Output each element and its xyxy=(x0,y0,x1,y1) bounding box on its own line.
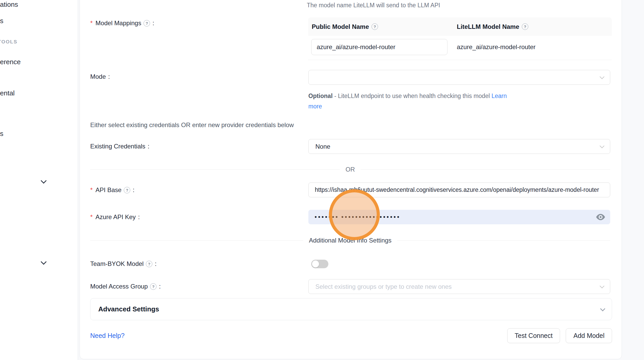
model-access-group-select[interactable]: Select existing groups or type to create… xyxy=(308,279,610,294)
masked-key-dots: ••••••• xyxy=(315,214,339,220)
help-icon[interactable]: ? xyxy=(150,283,157,290)
column-header-public-model-name: Public Model Name ? xyxy=(308,23,452,30)
existing-credentials-select[interactable]: None xyxy=(308,139,610,154)
sidebar-item-label: ental xyxy=(0,89,15,97)
advanced-settings-title: Advanced Settings xyxy=(98,305,159,313)
existing-credentials-value: None xyxy=(315,143,330,150)
api-base-label: * API Base ?: xyxy=(90,186,134,194)
required-asterisk: * xyxy=(90,19,93,27)
help-icon[interactable]: ? xyxy=(372,23,378,30)
team-byok-toggle[interactable] xyxy=(311,260,328,268)
help-icon[interactable]: ? xyxy=(144,20,150,27)
model-mappings-hint: The model name LiteLLM will send to the … xyxy=(307,2,440,9)
chevron-down-icon xyxy=(41,178,47,184)
sidebar-item-label: s xyxy=(0,130,3,138)
add-model-page: ations s TOOLS erence ental s The model … xyxy=(0,0,644,360)
column-header-litellm-model-name: LiteLLM Model Name ? xyxy=(452,23,612,30)
sidebar-item-5[interactable]: s xyxy=(0,128,78,139)
additional-settings-divider: Additional Model Info Settings xyxy=(90,237,610,244)
help-icon[interactable]: ? xyxy=(124,187,130,193)
api-base-input[interactable] xyxy=(308,182,610,197)
required-asterisk: * xyxy=(90,213,93,221)
sidebar-item-1[interactable]: ations xyxy=(0,0,78,10)
credentials-note: Either select existing credentials OR en… xyxy=(90,121,294,129)
add-model-button[interactable]: Add Model xyxy=(566,328,612,343)
model-access-group-label: Model Access Group ?: xyxy=(90,283,161,290)
divider-line xyxy=(361,169,610,170)
sidebar-section-tools: TOOLS xyxy=(0,38,76,46)
azure-api-key-label: * Azure API Key: xyxy=(90,213,140,221)
azure-api-key-input[interactable]: ••••••• ••••••••••••••••• xyxy=(308,210,610,224)
model-mappings-label: * Model Mappings ?: xyxy=(90,19,154,27)
chevron-down-icon xyxy=(600,306,605,311)
chevron-down-icon xyxy=(600,143,604,148)
divider-line xyxy=(90,169,340,170)
public-model-name-input[interactable] xyxy=(311,39,447,55)
divider-line xyxy=(397,240,610,241)
toggle-knob xyxy=(312,260,319,267)
chevron-down-icon xyxy=(41,259,47,265)
or-divider: OR xyxy=(90,166,610,173)
mode-hint: Optional - LiteLLM endpoint to use when … xyxy=(308,91,522,112)
sidebar-item-label: erence xyxy=(0,58,21,66)
sidebar-item-label: s xyxy=(0,17,3,25)
sidebar: ations s TOOLS erence ental s xyxy=(0,0,78,360)
table-row: azure_ai/azure-model-router xyxy=(308,36,612,60)
test-connect-button[interactable]: Test Connect xyxy=(507,328,560,343)
sidebar-section-label: TOOLS xyxy=(0,39,17,45)
mode-label: Mode: xyxy=(90,73,110,80)
chevron-down-icon xyxy=(600,74,604,79)
model-mappings-table: Public Model Name ? LiteLLM Model Name ?… xyxy=(308,17,612,60)
mode-select[interactable] xyxy=(308,70,610,85)
divider-line xyxy=(90,240,303,241)
litellm-model-name-value: azure_ai/azure-model-router xyxy=(452,43,612,51)
add-model-card: The model name LiteLLM will send to the … xyxy=(80,0,622,359)
table-header-row: Public Model Name ? LiteLLM Model Name ? xyxy=(308,17,612,36)
sidebar-item-3[interactable]: erence xyxy=(0,57,78,67)
help-icon[interactable]: ? xyxy=(522,23,528,30)
form-footer: Need Help? Test Connect Add Model xyxy=(90,328,612,343)
need-help-link[interactable]: Need Help? xyxy=(90,332,125,339)
eye-icon[interactable] xyxy=(596,214,605,220)
existing-credentials-label: Existing Credentials: xyxy=(90,143,149,150)
sidebar-item-2[interactable]: s xyxy=(0,16,78,26)
help-icon[interactable]: ? xyxy=(146,261,152,267)
model-access-group-placeholder: Select existing groups or type to create… xyxy=(315,283,452,290)
sidebar-item-label: ations xyxy=(0,1,18,9)
sidebar-item-4[interactable]: ental xyxy=(0,88,78,98)
required-asterisk: * xyxy=(90,186,93,194)
advanced-settings-panel[interactable]: Advanced Settings xyxy=(90,298,612,320)
team-byok-label: Team-BYOK Model ?: xyxy=(90,260,157,267)
masked-key-dots: ••••••••••••••••• xyxy=(341,214,401,220)
chevron-down-icon xyxy=(600,283,604,288)
